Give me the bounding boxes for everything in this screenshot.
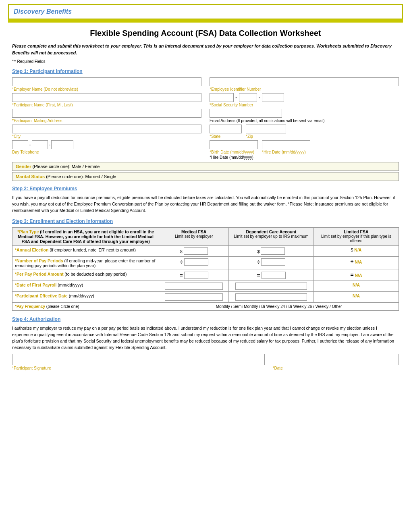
divide-limited: ÷ [351,258,354,265]
equals-medical: = [180,272,183,278]
email-boxes [210,109,399,118]
annual-medical-input[interactable] [184,247,208,255]
num-pay-medical-cell: ÷ [159,257,229,270]
marital-text: (Please circle one): Married / Single [46,174,116,179]
col-dependent-header: Dependent Care Account Limit set by empl… [229,228,314,246]
per-pay-dependent-input[interactable] [262,272,286,279]
annual-election-label: *Annual Election [15,247,48,252]
gender-box: Gender (Please circle one): Male / Femal… [12,162,399,171]
col-limited-header: Limited FSA Limit set by employer if thi… [314,228,399,246]
phone-end-input[interactable] [51,140,73,149]
divide-medical: ÷ [180,259,183,265]
effective-date-row: *Participant Effective Date (mm/dd/yyyy)… [12,292,399,303]
marital-box: Marital Status (Please circle one): Marr… [12,172,399,181]
num-pay-limited-cell: ÷ N/A [314,257,399,270]
email-input1[interactable] [210,109,282,118]
state-input[interactable] [210,125,242,133]
employer-name-label: *Employer Name (Do not abbreviate) [12,87,201,91]
participant-sig-label: *Participant Signature [12,366,265,370]
state-group: *State [210,125,242,139]
per-pay-medical-cell: = [159,270,229,281]
hire-date-sub: *Hire Date (mm/dd/yyyy) [210,155,399,160]
mailing-address-label: *Participant Mailing Address [12,118,201,123]
per-pay-limited-cell: = N/A [314,270,399,281]
equals-limited: = [350,272,353,278]
annual-dependent-input[interactable] [261,247,285,255]
num-pay-periods-label-cell: *Number of Pay Periods (if enrolling mid… [12,257,159,270]
effective-date-desc: (mm/dd/yyyy) [69,293,94,298]
per-pay-amount-label: *Per Pay Period Amount [15,272,63,276]
effective-date-label: *Participant Effective Date [15,293,68,298]
phone-area-input[interactable] [12,140,28,149]
num-pay-dependent-cell: ÷ [229,257,314,270]
email-label: Email Address (If provided, all notifica… [210,118,399,123]
email-col: Email Address (If provided, all notifica… [210,109,399,123]
step1-header: Step 1: Participant Information [12,69,399,74]
employer-name-input[interactable] [12,77,201,86]
effective-date-medical-input[interactable] [165,293,223,301]
first-payroll-limited-na: N/A [353,283,360,287]
ssn-dash1: - [235,94,237,101]
pay-frequency-options-cell: Monthly / Semi-Monthly / Bi-Weekly 24 / … [159,303,399,311]
num-pay-limited-na: N/A [355,260,362,264]
employee-id-col: *Employee Identifier Number [210,77,399,91]
first-payroll-dependent-input[interactable] [235,283,307,290]
date-input[interactable] [273,354,399,365]
limited-fsa-sub: Limit set by employer if this plan type … [316,234,396,243]
first-payroll-medical-input[interactable] [165,283,223,290]
page-wrapper: Discovery Benefits Flexible Spending Acc… [0,4,411,532]
per-pay-amount-label-cell: *Per Pay Period Amount (to be deducted e… [12,270,159,281]
ssn-dash2: - [259,94,261,101]
annual-medical-cell: $ [159,246,229,257]
effective-date-label-cell: *Participant Effective Date (mm/dd/yyyy) [12,292,159,303]
zip-label: *Zip [246,134,286,139]
phone-col: - - Day Telephone [12,140,201,160]
page-title: Flexible Spending Account (FSA) Data Col… [12,29,399,38]
employee-id-input[interactable] [210,77,399,86]
employer-col: *Employer Name (Do not abbreviate) [12,77,201,91]
pay-frequency-row: *Pay Frequency (please circle one) Month… [12,303,399,311]
gender-label: Gender [16,164,31,169]
effective-date-dependent-cell [229,292,314,303]
state-label: *State [210,134,242,139]
intro-text: Please complete and submit this workshee… [12,43,399,56]
first-payroll-desc: (mm/dd/yyyy) [58,283,83,287]
ssn-part1-input[interactable] [210,93,234,102]
logo: Discovery Benefits [14,8,72,15]
first-payroll-limited-cell: N/A [314,281,399,292]
participant-name-input[interactable] [12,93,201,102]
phone-dash2: - [49,141,51,148]
ssn-part2-input[interactable] [239,93,257,102]
phone-mid-input[interactable] [32,140,48,149]
required-note: *= Required Fields [12,59,399,64]
pay-frequency-desc: (please circle one) [46,304,79,309]
city-state-zip-row: *City *State *Zip [12,125,399,139]
annual-limited-na: N/A [354,247,361,252]
pay-frequency-label-cell: *Pay Frequency (please circle one) [12,303,159,311]
num-pay-periods-row: *Number of Pay Periods (if enrolling mid… [12,257,399,270]
annual-election-label-cell: *Annual Election (if employer funded, no… [12,246,159,257]
effective-date-dependent-input[interactable] [235,293,307,301]
hire-date-input[interactable] [262,140,310,149]
dates-group: *Birth Date (mm/dd/yyyy) *Hire Date (mm/… [210,140,399,154]
medical-fsa-sub: Limit set by employer [162,234,226,239]
num-pay-medical-input[interactable] [184,258,208,266]
birth-date-input[interactable] [210,140,258,149]
hire-date-group: *Hire Date (mm/dd/yyyy) [262,140,310,154]
dependent-care-sub: Limit set by employer up to IRS maximum [231,234,311,239]
plan-type-desc: (if enrolled in an HSA, you are not elig… [18,229,154,244]
address-email-row: *Participant Mailing Address Email Addre… [12,109,399,123]
annual-limited-cell: $ N/A [314,246,399,257]
city-input[interactable] [12,125,201,133]
zip-input[interactable] [246,125,286,133]
effective-date-limited-na: N/A [353,293,360,298]
ssn-group: - - [210,93,399,102]
first-payroll-label-cell: *Date of First Payroll (mm/dd/yyyy) [12,281,159,292]
pay-frequency-options: Monthly / Semi-Monthly / Bi-Weekly 24 / … [216,304,342,309]
ssn-part3-input[interactable] [262,93,284,102]
mailing-address-input[interactable] [12,109,201,118]
num-pay-dependent-input[interactable] [261,258,285,266]
per-pay-amount-desc: (to be deducted each pay period) [64,272,127,276]
per-pay-medical-input[interactable] [184,272,208,279]
participant-sig-input[interactable] [12,354,265,365]
